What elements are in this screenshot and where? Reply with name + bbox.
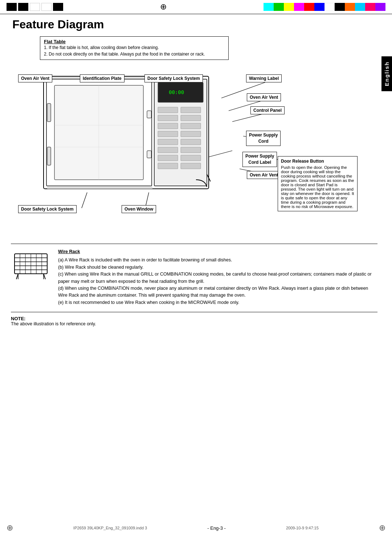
svg-rect-32 — [181, 123, 201, 129]
center-target-top: ⊕ — [160, 2, 167, 12]
wire-rack-image — [11, 248, 51, 282]
label-oven-window: Oven Window — [122, 205, 156, 213]
footer-left: IP2659 39L40KP_Eng_32_091009.indd 3 — [73, 526, 147, 530]
svg-rect-45 — [47, 187, 152, 189]
wire-rack-text: Wire Rack (a) A Wire Rack is included wi… — [58, 248, 377, 306]
wire-rack-item-e: (e) It is not recommended to use Wire Ra… — [58, 299, 377, 306]
color-bar-cyan — [264, 3, 274, 11]
color-bars — [264, 3, 385, 11]
svg-line-9 — [82, 192, 87, 208]
label-door-safety-lock-bottom: Door Safety Lock System — [18, 205, 77, 213]
color-bar-yellow — [284, 3, 294, 11]
svg-rect-33 — [158, 131, 178, 137]
note-section: NOTE: The above illustration is for refe… — [11, 316, 377, 326]
svg-rect-28 — [181, 107, 201, 113]
label-oven-air-vent-right: Oven Air Vent — [247, 171, 281, 179]
label-power-supply-cord: Power SupplyCord — [246, 131, 281, 146]
label-control-panel: Control Panel — [250, 106, 285, 114]
svg-text:00:00: 00:00 — [169, 89, 184, 95]
color-bar-blue — [314, 3, 324, 11]
reg-marks-left — [7, 3, 63, 11]
top-bar: ⊕ — [0, 0, 392, 14]
door-release-block: Door Release Button Push to open the doo… — [278, 156, 358, 211]
svg-rect-34 — [181, 131, 201, 137]
color-bar-white — [324, 3, 335, 11]
label-oven-air-vent-mid: Oven Air Vent — [247, 93, 281, 101]
reg-mark-4 — [41, 3, 52, 11]
reg-mark-3 — [30, 3, 40, 11]
main-content: Feature Diagram Flat Table 1. If the fla… — [0, 14, 392, 330]
footer-center: - Eng-3 - — [207, 525, 226, 531]
svg-rect-23 — [147, 151, 151, 158]
section-rule-2 — [11, 312, 377, 312]
svg-rect-29 — [158, 115, 178, 121]
svg-rect-36 — [181, 139, 201, 145]
door-release-text: Push to open the door. Opening the door … — [281, 165, 354, 209]
svg-rect-22 — [147, 111, 151, 118]
label-power-supply-cord-label: Power SupplyCord Label — [242, 152, 277, 167]
svg-rect-35 — [158, 139, 178, 145]
note-text: The above illustration is for reference … — [11, 321, 377, 326]
color-bar-sky — [355, 3, 365, 11]
svg-rect-38 — [181, 147, 201, 153]
svg-rect-39 — [158, 155, 178, 161]
diagram-area: 00:00 Oven Air Ve — [11, 64, 377, 238]
wire-rack-item-c: (c) When using Wire Rack in the manual G… — [58, 271, 377, 285]
microwave-illustration: 00:00 — [40, 74, 211, 194]
flat-table-line1: 1. If the flat table is hot, allow cooli… — [44, 44, 225, 51]
svg-rect-21 — [47, 147, 51, 165]
color-bar-orange — [345, 3, 355, 11]
center-target-bottom-right: ⊕ — [379, 523, 385, 533]
label-oven-air-vent-left: Oven Air Vent — [18, 74, 52, 82]
svg-rect-42 — [181, 163, 201, 169]
flat-table-line2: 2. Do not cook directly on the flat tabl… — [44, 51, 225, 57]
wire-rack-item-a: (a) A Wire Rack is included with the ove… — [58, 257, 377, 264]
wire-rack-item-d: (d) When using the COMBINATION mode, nev… — [58, 285, 377, 299]
reg-mark-5 — [53, 3, 63, 11]
label-warning-label: Warning Label — [246, 74, 282, 82]
wire-rack-title: Wire Rack — [58, 248, 377, 255]
section-rule-1 — [11, 244, 377, 244]
label-identification-plate: Identification Plate — [80, 74, 124, 82]
color-bar-purple — [375, 3, 385, 11]
flat-table-box: Flat Table 1. If the flat table is hot, … — [40, 36, 229, 60]
svg-rect-41 — [158, 163, 178, 169]
color-bar-green — [274, 3, 284, 11]
svg-rect-16 — [54, 85, 143, 180]
door-release-title: Door Release Button — [281, 159, 354, 164]
color-bar-pink — [365, 3, 375, 11]
flat-table-label: Flat Table — [44, 39, 225, 44]
note-label: NOTE: — [11, 316, 377, 321]
svg-rect-37 — [158, 147, 178, 153]
svg-rect-40 — [181, 155, 201, 161]
reg-mark-1 — [7, 3, 17, 11]
wire-rack-item-b: (b) Wire Rack should be cleaned regularl… — [58, 264, 377, 271]
svg-line-11 — [208, 151, 232, 157]
center-target-bottom-left: ⊕ — [7, 523, 13, 533]
footer-right: 2009-10-9 9:47:15 — [286, 526, 319, 530]
svg-rect-31 — [158, 123, 178, 129]
color-bar-black — [335, 3, 345, 11]
svg-rect-27 — [158, 107, 178, 113]
color-bar-red — [304, 3, 314, 11]
bottom-bar: ⊕ IP2659 39L40KP_Eng_32_091009.indd 3 - … — [0, 523, 392, 533]
svg-rect-20 — [47, 103, 51, 122]
english-tab: English — [381, 56, 392, 91]
reg-mark-2 — [18, 3, 28, 11]
color-bar-magenta — [294, 3, 304, 11]
page-title: Feature Diagram — [11, 18, 377, 31]
label-door-safety-lock-top: Door Safety Lock System — [144, 74, 203, 82]
svg-rect-30 — [181, 115, 201, 121]
wire-rack-section: Wire Rack (a) A Wire Rack is included wi… — [11, 248, 377, 306]
